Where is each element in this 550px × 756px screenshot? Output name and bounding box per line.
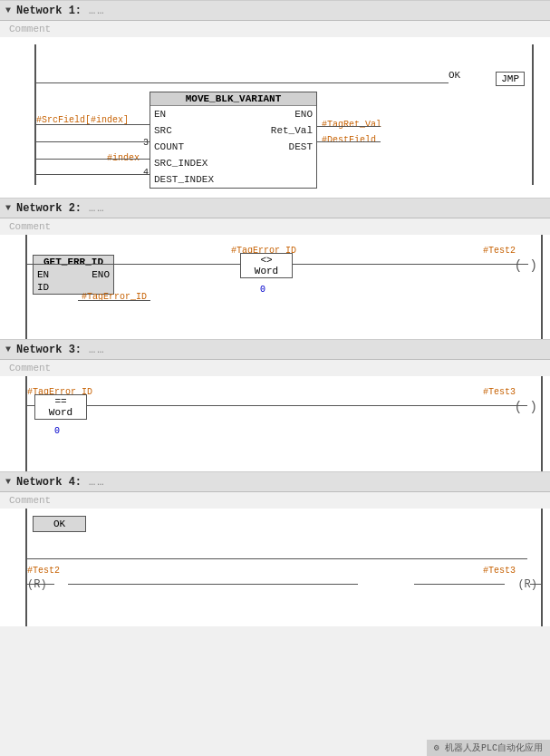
collapse-arrow-1: ▼: [5, 5, 11, 15]
n4-test2-tag: #Test2: [27, 566, 60, 576]
network-4: ▼ Network 4: …… Comment OK #Test2 (R) #T…: [0, 471, 550, 626]
n4-r1-left-hline: [27, 584, 54, 585]
n2-pin-id: ID: [37, 282, 49, 293]
n3-coil: ( ): [515, 400, 537, 414]
n1-pin-dest: DEST: [289, 141, 313, 152]
network-3-comment: Comment: [0, 360, 550, 376]
n1-blk-title: MOVE_BLK_VARIANT: [150, 92, 316, 106]
network-1-comment: Comment: [0, 21, 550, 37]
n4-r1-right-hline: [68, 584, 159, 585]
network-2-header[interactable]: ▼ Network 2: ……: [0, 199, 550, 218]
n1-top-hline: [36, 82, 449, 83]
network-3-dots: ……: [89, 344, 105, 356]
network-4-dots: ……: [89, 476, 105, 489]
collapse-arrow-4: ▼: [5, 477, 11, 487]
n1-retval-tag: #TagRet_Val: [322, 120, 381, 130]
n2-err-blk: GET_ERR_ID EN ENO ID: [33, 255, 114, 295]
n4-r2-right-hline: [530, 584, 541, 585]
n4-test3-tag: #Test3: [483, 566, 516, 576]
n3-eq-type: Word: [39, 407, 82, 418]
n1-blk-row-src: SRC Ret_Val: [150, 122, 316, 139]
n3-eq-right-hline: [87, 405, 527, 406]
n1-pin-src: SRC: [154, 125, 172, 136]
network-2: ▼ Network 2: …… Comment GET_ERR_ID EN EN…: [0, 198, 550, 339]
n2-left-rail: [25, 235, 27, 339]
network-3-header[interactable]: ▼ Network 3: ……: [0, 340, 550, 360]
n1-move-blk: MOVE_BLK_VARIANT EN ENO SRC Ret_Val COUN…: [150, 92, 317, 189]
collapse-arrow-3: ▼: [5, 344, 11, 354]
network-1-title: Network 1:: [16, 5, 82, 17]
n1-retval-hline: [317, 126, 381, 127]
n2-right-rail: [541, 235, 543, 339]
n2-cmp-op: <>: [246, 255, 286, 266]
n4-right-rail: [541, 509, 543, 626]
network-3-title: Network 3:: [16, 344, 82, 356]
n3-eq-op: ==: [39, 396, 82, 407]
n2-cmp-right-hline: [293, 264, 528, 265]
n1-src-hline: [36, 124, 150, 125]
n4-r-coil-1: (R): [27, 578, 47, 591]
collapse-arrow-2: ▼: [5, 203, 11, 213]
network-3: ▼ Network 3: …… Comment #TagError_ID == …: [0, 339, 550, 471]
n2-pin-eno: ENO: [92, 269, 110, 280]
network-4-comment: Comment: [0, 492, 550, 509]
n1-destidx-val: 4: [134, 168, 149, 178]
n2-test2-tag: #Test2: [483, 246, 516, 256]
network-4-header[interactable]: ▼ Network 4: ……: [0, 472, 550, 492]
n3-eq-val: 0: [54, 426, 60, 436]
n1-blk-row-count: COUNT DEST: [150, 139, 316, 155]
n1-count-hline: [36, 141, 150, 142]
network-1-dots: ……: [89, 5, 105, 17]
n2-cmp-val: 0: [260, 285, 265, 295]
n2-cmp-left-hline: [27, 264, 240, 265]
network-1-header[interactable]: ▼ Network 1: ……: [0, 1, 550, 21]
n1-pin-eno: ENO: [294, 109, 313, 120]
network-2-title: Network 2:: [16, 202, 82, 215]
n2-cmp-inner: <> Word: [241, 254, 292, 277]
n4-r-coil-2: (R): [517, 578, 537, 591]
network-1: ▼ Network 1: …… Comment OK JMP MOVE_BLK_…: [0, 0, 550, 198]
n1-diagram: OK JMP MOVE_BLK_VARIANT EN ENO SRC Ret_V…: [9, 44, 541, 185]
footer-text: 机器人及PLC自动化应用: [445, 743, 543, 753]
network-2-dots: ……: [89, 202, 105, 215]
n2-id-hline: [78, 300, 150, 301]
n1-pin-retval: Ret_Val: [271, 125, 313, 136]
n1-pin-srcidx: SRC_INDEX: [154, 158, 207, 169]
n1-blk-row-srcidx: SRC_INDEX: [150, 155, 316, 171]
n4-mid-hline: [159, 584, 358, 585]
network-4-title: Network 4:: [16, 476, 82, 489]
network-4-body: OK #Test2 (R) #Test3 (R): [0, 509, 550, 626]
n3-right-rail: [541, 376, 543, 471]
n1-srcidx-hline: [36, 159, 150, 160]
n1-pin-count: COUNT: [154, 141, 184, 152]
network-2-comment: Comment: [0, 218, 550, 235]
n1-blk-row-en: EN ENO: [150, 106, 316, 122]
n2-cmp-type: Word: [246, 266, 286, 276]
n1-count-val: 3: [134, 138, 149, 148]
n1-jmp-box: JMP: [496, 72, 525, 86]
n1-ok-label: OK: [449, 70, 460, 81]
n1-right-rail: [532, 44, 534, 185]
n1-pin-destidx: DEST_INDEX: [154, 174, 214, 185]
n1-blk-row-destidx: DEST_INDEX: [150, 171, 316, 188]
n4-top-hline: [27, 558, 527, 559]
n3-eq-box: == Word: [34, 394, 87, 420]
network-1-body: OK JMP MOVE_BLK_VARIANT EN ENO SRC Ret_V…: [0, 37, 550, 198]
n1-dest-hline: [317, 141, 381, 142]
n3-test3-tag: #Test3: [483, 387, 516, 397]
n1-pin-en: EN: [154, 109, 166, 120]
n4-ok-contact: OK: [33, 516, 86, 532]
footer-icon: ⚙: [434, 743, 439, 753]
n2-coil: ( ): [515, 258, 537, 273]
footer: ⚙ 机器人及PLC自动化应用: [427, 740, 550, 756]
n2-blk-name: GET_ERR_ID: [34, 256, 113, 268]
n1-dest-tag: #DestField: [322, 135, 376, 145]
n2-blk-pins: EN ENO: [34, 268, 113, 281]
n2-pin-en: EN: [37, 269, 49, 280]
n1-destidx-hline: [36, 174, 150, 175]
n4-ok-label: OK: [53, 519, 65, 529]
network-3-body: #TagError_ID == Word 0 #Test3 ( ): [0, 376, 550, 471]
network-2-body: GET_ERR_ID EN ENO ID #TagError_ID #TagEr…: [0, 235, 550, 339]
n4-r2-left-hline: [414, 584, 505, 585]
n2-cmp-box: <> Word: [240, 253, 293, 278]
